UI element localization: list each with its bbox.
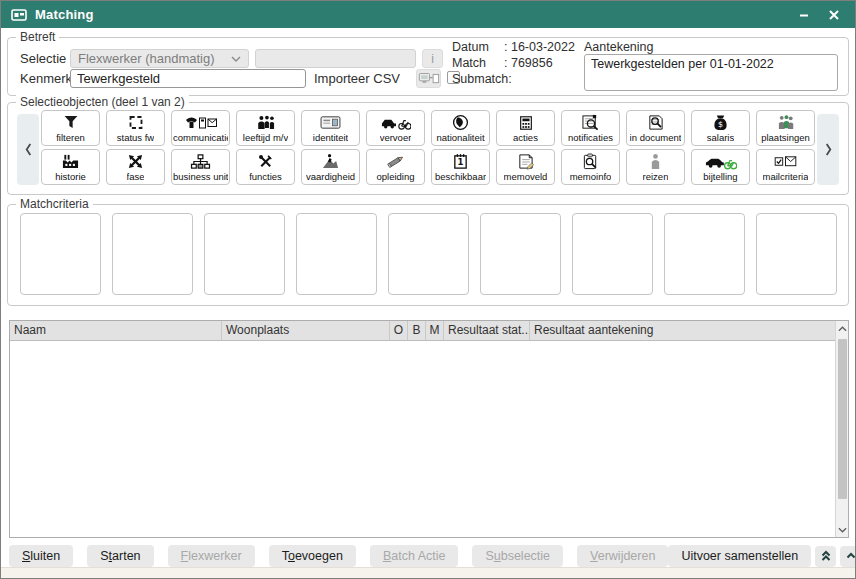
selection-object-notificaties[interactable]: notificaties bbox=[561, 110, 620, 146]
column-header-resultaat-stat[interactable]: Resultaat stat... bbox=[444, 321, 530, 340]
footer-button-flexwerker[interactable]: Flexwerker bbox=[168, 545, 255, 567]
selection-object-label: memoveld bbox=[504, 171, 548, 182]
footer-button-subselectie[interactable]: Subselectie bbox=[472, 545, 563, 567]
betreft-legend: Betreft bbox=[16, 30, 59, 44]
fase-icon bbox=[127, 152, 144, 171]
business-unit-icon bbox=[190, 152, 211, 171]
chevron-down-icon bbox=[231, 56, 241, 62]
scroll-up-button[interactable] bbox=[836, 321, 848, 336]
matchcriteria-slot-8[interactable] bbox=[664, 213, 745, 295]
selection-object-filteren[interactable]: filteren bbox=[41, 110, 100, 146]
info-button[interactable]: i bbox=[422, 49, 443, 68]
matchcriteria-slot-4[interactable] bbox=[296, 213, 377, 295]
column-header-o[interactable]: O bbox=[390, 321, 408, 340]
selection-object-label: plaatsingen bbox=[761, 132, 810, 143]
footer-button-verwijderen[interactable]: Verwijderen bbox=[577, 545, 668, 567]
functies-icon bbox=[257, 152, 274, 171]
uitvoer-samenstellen-button[interactable]: Uitvoer samenstellen bbox=[668, 545, 811, 567]
selection-objects-grid: filterenstatus fwcommunicatieleeftijd m/… bbox=[41, 110, 815, 185]
importeer-csv-button[interactable] bbox=[416, 69, 441, 88]
column-header-resultaat-aantekening[interactable]: Resultaat aantekening bbox=[530, 321, 835, 340]
footer-button-batch-actie[interactable]: Batch Actie bbox=[370, 545, 459, 567]
selection-object-label: vaardigheid bbox=[306, 171, 355, 182]
datum-row: Datum : 16-03-2022 bbox=[452, 40, 575, 54]
selection-object-beschikbaar[interactable]: 1beschikbaar bbox=[431, 149, 490, 185]
double-up-button[interactable] bbox=[815, 546, 836, 567]
matchcriteria-slot-6[interactable] bbox=[480, 213, 561, 295]
results-table: NaamWoonplaatsOBMResultaat stat...Result… bbox=[9, 320, 849, 538]
minimize-button[interactable] bbox=[793, 7, 815, 23]
selection-object-label: nationaliteit bbox=[436, 132, 484, 143]
selection-object-memoinfo[interactable]: memoinfo bbox=[561, 149, 620, 185]
selection-object-salaris[interactable]: $salaris bbox=[691, 110, 750, 146]
footer-bar: SluitenStartenFlexwerkerToevoegenBatch A… bbox=[1, 542, 855, 570]
footer-button-toevoegen[interactable]: Toevoegen bbox=[269, 545, 356, 567]
selection-object-historie[interactable]: historie bbox=[41, 149, 100, 185]
vertical-scrollbar[interactable] bbox=[835, 321, 848, 537]
selection-object-vaardigheid[interactable]: vaardigheid bbox=[301, 149, 360, 185]
selection-object-communicatie[interactable]: communicatie bbox=[171, 110, 230, 146]
up-button[interactable] bbox=[840, 546, 856, 567]
selection-object-opleiding[interactable]: opleiding bbox=[366, 149, 425, 185]
matchcriteria-slot-5[interactable] bbox=[388, 213, 469, 295]
selection-object-reizen[interactable]: reizen bbox=[626, 149, 685, 185]
matchcriteria-slot-2[interactable] bbox=[112, 213, 193, 295]
matchcriteria-slot-1[interactable] bbox=[20, 213, 101, 295]
selection-object-leeftijd-mv[interactable]: leeftijd m/v bbox=[236, 110, 295, 146]
order-nav-buttons bbox=[815, 546, 856, 567]
scroll-right-button[interactable] bbox=[817, 114, 839, 185]
footer-button-starten[interactable]: Starten bbox=[87, 545, 153, 567]
selection-object-vervoer[interactable]: vervoer bbox=[366, 110, 425, 146]
column-header-m[interactable]: M bbox=[426, 321, 444, 340]
selection-object-functies[interactable]: functies bbox=[236, 149, 295, 185]
selection-object-acties[interactable]: acties bbox=[496, 110, 555, 146]
selection-object-label: leeftijd m/v bbox=[243, 132, 288, 143]
status-bar bbox=[1, 567, 855, 578]
matchcriteria-slot-3[interactable] bbox=[204, 213, 285, 295]
selection-object-label: historie bbox=[55, 171, 86, 182]
import-csv-icon bbox=[418, 72, 440, 86]
opleiding-icon bbox=[386, 152, 405, 171]
selection-object-memoveld[interactable]: memoveld bbox=[496, 149, 555, 185]
matchcriteria-legend: Matchcriteria bbox=[16, 197, 93, 211]
submatch-row: Submatch: bbox=[452, 72, 512, 86]
scrollbar-thumb[interactable] bbox=[838, 339, 847, 499]
selection-object-mailcriteria[interactable]: mailcriteria bbox=[756, 149, 815, 185]
identiteit-icon bbox=[319, 113, 342, 132]
selection-object-in-document[interactable]: in document bbox=[626, 110, 685, 146]
matchcriteria-slot-9[interactable] bbox=[756, 213, 837, 295]
match-label: Match bbox=[452, 56, 504, 70]
datum-value: : 16-03-2022 bbox=[504, 40, 575, 54]
footer-button-sluiten[interactable]: Sluiten bbox=[9, 545, 73, 567]
minimize-icon bbox=[798, 9, 810, 21]
selection-object-nationaliteit[interactable]: nationaliteit bbox=[431, 110, 490, 146]
beschikbaar-icon: 1 bbox=[452, 152, 469, 171]
selectie-extra-input[interactable] bbox=[255, 49, 416, 68]
match-row: Match : 769856 bbox=[452, 56, 553, 70]
reizen-icon bbox=[649, 152, 662, 171]
column-header-b[interactable]: B bbox=[408, 321, 426, 340]
column-header-naam[interactable]: Naam bbox=[10, 321, 222, 340]
selection-object-bijtelling[interactable]: bijtelling bbox=[691, 149, 750, 185]
app-icon bbox=[11, 9, 27, 21]
selection-object-business-unit[interactable]: business unit bbox=[171, 149, 230, 185]
betreft-group: Betreft Selectie Flexwerker (handmatig) … bbox=[7, 37, 849, 96]
scroll-left-button[interactable] bbox=[17, 114, 39, 185]
close-button[interactable] bbox=[823, 7, 845, 23]
aantekening-box[interactable]: Tewerkgestelden per 01-01-2022 bbox=[584, 54, 838, 91]
table-body[interactable] bbox=[10, 341, 835, 537]
selection-object-label: salaris bbox=[707, 132, 734, 143]
selection-object-fase[interactable]: fase bbox=[106, 149, 165, 185]
kenmerk-input[interactable] bbox=[70, 69, 306, 88]
memoveld-icon bbox=[516, 152, 535, 171]
selectie-dropdown[interactable]: Flexwerker (handmatig) bbox=[70, 49, 249, 68]
matchcriteria-slot-7[interactable] bbox=[572, 213, 653, 295]
datum-label: Datum bbox=[452, 40, 504, 54]
selection-object-label: filteren bbox=[56, 132, 85, 143]
selection-object-plaatsingen[interactable]: plaatsingen bbox=[756, 110, 815, 146]
selection-object-status-fw[interactable]: status fw bbox=[106, 110, 165, 146]
filteren-icon bbox=[60, 113, 82, 132]
column-header-woonplaats[interactable]: Woonplaats bbox=[222, 321, 390, 340]
selection-object-identiteit[interactable]: identiteit bbox=[301, 110, 360, 146]
scroll-down-button[interactable] bbox=[836, 522, 848, 537]
